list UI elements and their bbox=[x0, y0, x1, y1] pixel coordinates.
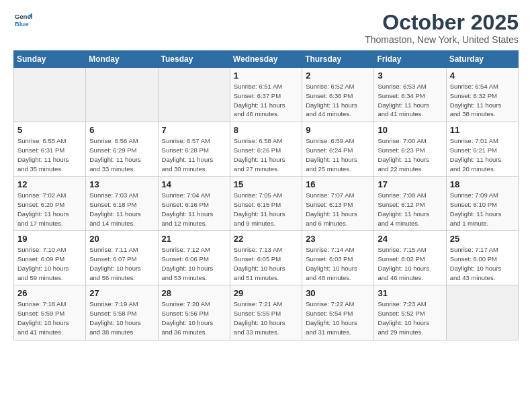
svg-text:Blue: Blue bbox=[15, 20, 29, 28]
day-info: Sunrise: 7:20 AM Sunset: 5:56 PM Dayligh… bbox=[162, 300, 226, 336]
page-container: General Blue October 2025 Thomaston, New… bbox=[0, 0, 532, 347]
week-row-4: 19Sunrise: 7:10 AM Sunset: 6:09 PM Dayli… bbox=[14, 231, 519, 285]
header-row-days: Sunday Monday Tuesday Wednesday Thursday… bbox=[14, 51, 519, 68]
day-info: Sunrise: 6:57 AM Sunset: 6:28 PM Dayligh… bbox=[162, 136, 226, 173]
day-info: Sunrise: 7:15 AM Sunset: 6:02 PM Dayligh… bbox=[378, 245, 442, 282]
day-cell: 29Sunrise: 7:21 AM Sunset: 5:55 PM Dayli… bbox=[230, 285, 302, 340]
day-info: Sunrise: 7:14 AM Sunset: 6:03 PM Dayligh… bbox=[306, 245, 370, 282]
day-info: Sunrise: 7:07 AM Sunset: 6:13 PM Dayligh… bbox=[306, 191, 370, 228]
day-info: Sunrise: 6:53 AM Sunset: 6:34 PM Dayligh… bbox=[378, 82, 442, 119]
day-info: Sunrise: 6:55 AM Sunset: 6:31 PM Dayligh… bbox=[17, 136, 82, 173]
day-cell: 16Sunrise: 7:07 AM Sunset: 6:13 PM Dayli… bbox=[302, 177, 374, 231]
col-thursday: Thursday bbox=[302, 51, 374, 68]
day-cell: 22Sunrise: 7:13 AM Sunset: 6:05 PM Dayli… bbox=[230, 231, 302, 285]
day-cell: 20Sunrise: 7:11 AM Sunset: 6:07 PM Dayli… bbox=[86, 231, 158, 285]
day-cell: 1Sunrise: 6:51 AM Sunset: 6:37 PM Daylig… bbox=[230, 68, 302, 122]
day-cell: 28Sunrise: 7:20 AM Sunset: 5:56 PM Dayli… bbox=[158, 285, 230, 340]
day-info: Sunrise: 6:59 AM Sunset: 6:24 PM Dayligh… bbox=[306, 136, 370, 173]
day-info: Sunrise: 7:03 AM Sunset: 6:18 PM Dayligh… bbox=[89, 191, 154, 228]
day-cell: 17Sunrise: 7:08 AM Sunset: 6:12 PM Dayli… bbox=[374, 177, 446, 231]
day-number: 11 bbox=[450, 125, 515, 135]
svg-text:General: General bbox=[15, 13, 32, 20]
day-cell: 12Sunrise: 7:02 AM Sunset: 6:20 PM Dayli… bbox=[14, 177, 86, 231]
day-cell bbox=[158, 68, 230, 122]
col-wednesday: Wednesday bbox=[230, 51, 302, 68]
day-info: Sunrise: 7:01 AM Sunset: 6:21 PM Dayligh… bbox=[450, 136, 515, 173]
day-number: 9 bbox=[306, 125, 370, 135]
day-cell: 2Sunrise: 6:52 AM Sunset: 6:36 PM Daylig… bbox=[302, 68, 374, 122]
day-cell bbox=[86, 68, 158, 122]
day-info: Sunrise: 7:05 AM Sunset: 6:15 PM Dayligh… bbox=[234, 191, 298, 228]
day-number: 10 bbox=[378, 125, 442, 135]
day-cell: 30Sunrise: 7:22 AM Sunset: 5:54 PM Dayli… bbox=[302, 285, 374, 340]
day-number: 6 bbox=[89, 125, 154, 135]
day-cell: 3Sunrise: 6:53 AM Sunset: 6:34 PM Daylig… bbox=[374, 68, 446, 122]
day-cell: 14Sunrise: 7:04 AM Sunset: 6:16 PM Dayli… bbox=[158, 177, 230, 231]
day-info: Sunrise: 7:17 AM Sunset: 6:00 PM Dayligh… bbox=[450, 245, 515, 282]
day-number: 16 bbox=[306, 179, 370, 189]
day-number: 2 bbox=[306, 71, 370, 81]
day-info: Sunrise: 7:22 AM Sunset: 5:54 PM Dayligh… bbox=[306, 300, 370, 336]
day-cell: 11Sunrise: 7:01 AM Sunset: 6:21 PM Dayli… bbox=[446, 122, 518, 177]
day-cell: 19Sunrise: 7:10 AM Sunset: 6:09 PM Dayli… bbox=[14, 231, 86, 285]
logo-icon: General Blue bbox=[13, 11, 32, 30]
day-cell: 4Sunrise: 6:54 AM Sunset: 6:32 PM Daylig… bbox=[446, 68, 518, 122]
title-block: October 2025 Thomaston, New York, United… bbox=[365, 11, 519, 45]
day-info: Sunrise: 7:10 AM Sunset: 6:09 PM Dayligh… bbox=[17, 245, 82, 282]
day-info: Sunrise: 7:21 AM Sunset: 5:55 PM Dayligh… bbox=[234, 300, 298, 336]
day-number: 7 bbox=[162, 125, 226, 135]
day-info: Sunrise: 7:11 AM Sunset: 6:07 PM Dayligh… bbox=[89, 245, 154, 282]
day-number: 26 bbox=[17, 288, 82, 298]
day-info: Sunrise: 7:19 AM Sunset: 5:58 PM Dayligh… bbox=[89, 300, 154, 336]
day-cell: 8Sunrise: 6:58 AM Sunset: 6:26 PM Daylig… bbox=[230, 122, 302, 177]
day-cell: 13Sunrise: 7:03 AM Sunset: 6:18 PM Dayli… bbox=[86, 177, 158, 231]
day-cell: 25Sunrise: 7:17 AM Sunset: 6:00 PM Dayli… bbox=[446, 231, 518, 285]
day-number: 13 bbox=[89, 179, 154, 189]
header-row: General Blue October 2025 Thomaston, New… bbox=[13, 11, 519, 45]
day-cell bbox=[14, 68, 86, 122]
day-number: 14 bbox=[162, 179, 226, 189]
day-info: Sunrise: 7:12 AM Sunset: 6:06 PM Dayligh… bbox=[162, 245, 226, 282]
day-number: 12 bbox=[17, 179, 82, 189]
day-info: Sunrise: 6:51 AM Sunset: 6:37 PM Dayligh… bbox=[234, 82, 298, 119]
day-cell: 31Sunrise: 7:23 AM Sunset: 5:52 PM Dayli… bbox=[374, 285, 446, 340]
day-cell: 9Sunrise: 6:59 AM Sunset: 6:24 PM Daylig… bbox=[302, 122, 374, 177]
day-info: Sunrise: 7:13 AM Sunset: 6:05 PM Dayligh… bbox=[234, 245, 298, 282]
day-number: 29 bbox=[234, 288, 298, 298]
day-number: 15 bbox=[234, 179, 298, 189]
day-number: 20 bbox=[89, 234, 154, 244]
day-cell: 27Sunrise: 7:19 AM Sunset: 5:58 PM Dayli… bbox=[86, 285, 158, 340]
day-info: Sunrise: 6:52 AM Sunset: 6:36 PM Dayligh… bbox=[306, 82, 370, 119]
day-info: Sunrise: 6:54 AM Sunset: 6:32 PM Dayligh… bbox=[450, 82, 515, 119]
day-cell bbox=[446, 285, 518, 340]
day-number: 18 bbox=[450, 179, 515, 189]
day-number: 30 bbox=[306, 288, 370, 298]
col-sunday: Sunday bbox=[14, 51, 86, 68]
day-number: 24 bbox=[378, 234, 442, 244]
day-cell: 6Sunrise: 6:56 AM Sunset: 6:29 PM Daylig… bbox=[86, 122, 158, 177]
day-info: Sunrise: 7:23 AM Sunset: 5:52 PM Dayligh… bbox=[378, 300, 442, 336]
col-friday: Friday bbox=[374, 51, 446, 68]
col-monday: Monday bbox=[86, 51, 158, 68]
day-number: 22 bbox=[234, 234, 298, 244]
day-info: Sunrise: 7:08 AM Sunset: 6:12 PM Dayligh… bbox=[378, 191, 442, 228]
month-title: October 2025 bbox=[365, 11, 519, 34]
day-cell: 10Sunrise: 7:00 AM Sunset: 6:23 PM Dayli… bbox=[374, 122, 446, 177]
day-info: Sunrise: 7:18 AM Sunset: 5:59 PM Dayligh… bbox=[17, 300, 82, 336]
day-cell: 24Sunrise: 7:15 AM Sunset: 6:02 PM Dayli… bbox=[374, 231, 446, 285]
day-info: Sunrise: 7:09 AM Sunset: 6:10 PM Dayligh… bbox=[450, 191, 515, 228]
day-number: 27 bbox=[89, 288, 154, 298]
week-row-1: 1Sunrise: 6:51 AM Sunset: 6:37 PM Daylig… bbox=[14, 68, 519, 122]
day-number: 28 bbox=[162, 288, 226, 298]
week-row-2: 5Sunrise: 6:55 AM Sunset: 6:31 PM Daylig… bbox=[14, 122, 519, 177]
day-info: Sunrise: 7:04 AM Sunset: 6:16 PM Dayligh… bbox=[162, 191, 226, 228]
day-cell: 26Sunrise: 7:18 AM Sunset: 5:59 PM Dayli… bbox=[14, 285, 86, 340]
day-number: 3 bbox=[378, 71, 442, 81]
day-number: 8 bbox=[234, 125, 298, 135]
day-info: Sunrise: 6:56 AM Sunset: 6:29 PM Dayligh… bbox=[89, 136, 154, 173]
day-number: 17 bbox=[378, 179, 442, 189]
day-number: 21 bbox=[162, 234, 226, 244]
day-number: 25 bbox=[450, 234, 515, 244]
day-cell: 15Sunrise: 7:05 AM Sunset: 6:15 PM Dayli… bbox=[230, 177, 302, 231]
day-info: Sunrise: 6:58 AM Sunset: 6:26 PM Dayligh… bbox=[234, 136, 298, 173]
